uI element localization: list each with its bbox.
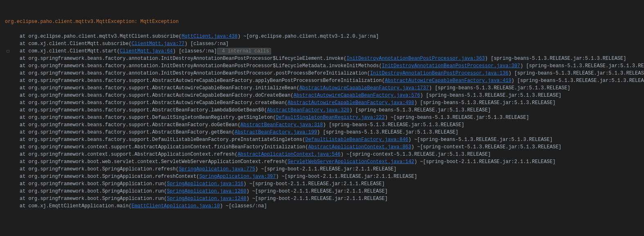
method-text-2: com.xj.client.ClientMqtt.start( xyxy=(29,48,120,54)
suffix-23: ) ~[classes/:na] xyxy=(220,203,267,209)
file-link-21[interactable]: SpringApplication.java:1260 xyxy=(167,188,246,194)
method-text-15: org.springframework.context.support.Abst… xyxy=(29,144,308,150)
stack-line-23: at com.xj.EmqttClientApplication.main(Em… xyxy=(5,202,639,210)
file-link-12[interactable]: AbstractBeanFactory.java:318 xyxy=(240,122,323,128)
at-prefix-6: at xyxy=(20,78,29,84)
gutter-icon-2[interactable]: ◻ xyxy=(7,48,13,55)
suffix-3: ) [spring-beans-5.1.3.RELEASE.jar:5.1.3.… xyxy=(485,56,626,61)
indent-6 xyxy=(13,78,20,84)
stack-line-8: at org.springframework.beans.factory.sup… xyxy=(5,92,639,99)
at-prefix-7: at xyxy=(20,85,29,91)
at-prefix-22: at xyxy=(20,196,29,202)
file-link-13[interactable]: AbstractBeanFactory.java:199 xyxy=(235,129,317,135)
stack-line-11: at org.springframework.beans.factory.sup… xyxy=(5,114,639,121)
at-prefix-19: at xyxy=(20,174,29,179)
file-link-15[interactable]: AbstractApplicationContext.java:863 xyxy=(308,144,411,150)
method-text-11: org.springframework.beans.factory.suppor… xyxy=(29,115,276,120)
method-text-19: org.springframework.boot.SpringApplicati… xyxy=(29,174,200,179)
file-link-7[interactable]: AbstractAutowireCapableBeanFactory.java:… xyxy=(299,85,429,91)
indent-17 xyxy=(13,159,20,165)
suffix-6: ) [spring-beans-5.1.3.RELEASE.jar:5.1.3.… xyxy=(512,78,644,84)
indent-23 xyxy=(13,203,20,209)
file-link-10[interactable]: AbstractBeanFactory.java:320 xyxy=(267,107,350,113)
stack-line-9: at org.springframework.beans.factory.sup… xyxy=(5,99,639,107)
stack-line-5: at org.springframework.beans.factory.ann… xyxy=(5,70,639,77)
file-link-14[interactable]: DefaultListableBeanFactory.java:846 xyxy=(305,137,408,143)
stack-line-3: at org.springframework.beans.factory.ann… xyxy=(5,55,639,62)
method-text-4: org.springframework.beans.factory.annota… xyxy=(29,63,382,69)
file-link-8[interactable]: AbstractAutowireCapableBeanFactory.java:… xyxy=(294,93,420,98)
indent-1 xyxy=(13,41,20,47)
method-text-13: org.springframework.beans.factory.suppor… xyxy=(29,129,235,135)
at-prefix-1: at xyxy=(20,41,29,47)
indent-8 xyxy=(13,93,20,98)
file-link-22[interactable]: SpringApplication.java:1248 xyxy=(167,196,246,202)
method-text-18: org.springframework.boot.SpringApplicati… xyxy=(29,166,179,172)
suffix-5: ) [spring-beans-5.1.3.RELEASE.jar:5.1.3.… xyxy=(508,70,644,76)
suffix-12: ) [spring-beans-5.1.3.RELEASE.jar:5.1.3.… xyxy=(323,122,464,128)
stack-line-0: at org.eclipse.paho.client.mqttv3.MqttCl… xyxy=(5,33,639,40)
file-link-2[interactable]: ClientMqtt.java:64 xyxy=(120,48,173,54)
method-text-21: org.springframework.boot.SpringApplicati… xyxy=(29,188,167,194)
indent-15 xyxy=(13,144,20,150)
stack-line-4: at org.springframework.beans.factory.ann… xyxy=(5,62,639,70)
suffix-22: ) ~[spring-boot-2.1.1.RELEASE.jar:2.1.1.… xyxy=(247,196,388,202)
at-prefix-2: at xyxy=(20,48,29,54)
at-prefix-17: at xyxy=(20,159,29,165)
method-text-6: org.springframework.beans.factory.suppor… xyxy=(29,78,385,84)
suffix-21: ) ~[spring-boot-2.1.1.RELEASE.jar:2.1.1.… xyxy=(247,188,388,194)
file-link-23[interactable]: EmqttClientApplication.java:10 xyxy=(132,203,220,209)
method-text-5: org.springframework.beans.factory.annota… xyxy=(29,70,370,76)
stack-line-6: at org.springframework.beans.factory.sup… xyxy=(5,77,639,84)
at-prefix-0: at xyxy=(20,34,29,39)
indent-19 xyxy=(13,174,20,179)
file-link-6[interactable]: AbstractAutowireCapableBeanFactory.java:… xyxy=(385,78,512,84)
stack-trace: org.eclipse.paho.client.mqttv3.MqttExcep… xyxy=(5,3,639,33)
indent-11 xyxy=(13,115,20,120)
at-prefix-3: at xyxy=(20,56,29,61)
indent-5 xyxy=(13,70,20,76)
at-prefix-8: at xyxy=(20,93,29,98)
suffix-10: ) [spring-beans-5.1.3.RELEASE.jar:5.1.3.… xyxy=(350,107,491,113)
suffix-15: ) ~[spring-context-5.1.3.RELEASE.jar:5.1… xyxy=(411,144,561,150)
suffix-7: ) [spring-beans-5.1.3.RELEASE.jar:5.1.3.… xyxy=(429,85,570,91)
indent-20 xyxy=(13,181,20,187)
file-link-5[interactable]: InitDestroyAnnotationBeanPostProcessor.j… xyxy=(370,70,508,76)
file-link-0[interactable]: MqttClient.java:438 xyxy=(182,34,238,39)
at-prefix-20: at xyxy=(20,181,29,187)
stack-line-2: ◻at com.xj.client.ClientMqtt.start(Clien… xyxy=(5,48,639,55)
suffix-20: ) ~[spring-boot-2.1.1.RELEASE.jar:2.1.1.… xyxy=(243,181,385,187)
indent-4 xyxy=(13,63,20,69)
file-link-3[interactable]: InitDestroyAnnotationBeanPostProcessor.j… xyxy=(346,56,485,61)
file-link-11[interactable]: DefaultSingletonBeanRegistry.java:222 xyxy=(276,115,385,120)
at-prefix-4: at xyxy=(20,63,29,69)
method-text-10: org.springframework.beans.factory.suppor… xyxy=(29,107,267,113)
suffix-4: ) [spring-beans-5.1.3.RELEASE.jar:5.1.3.… xyxy=(520,63,644,69)
indent-14 xyxy=(13,137,20,143)
suffix-11: ) ~[spring-beans-5.1.3.RELEASE.jar:5.1.3… xyxy=(385,115,529,120)
at-prefix-11: at xyxy=(20,115,29,120)
at-prefix-12: at xyxy=(20,122,29,128)
file-link-16[interactable]: AbstractApplicationContext.java:546 xyxy=(238,152,341,157)
indent-13 xyxy=(13,129,20,135)
indent-16 xyxy=(13,152,20,157)
indent-3 xyxy=(13,56,20,61)
at-prefix-14: at xyxy=(20,137,29,143)
suffix-13: ) [spring-beans-5.1.3.RELEASE.jar:5.1.3.… xyxy=(317,129,458,135)
file-link-17[interactable]: ServletWebServerApplicationContext.java:… xyxy=(287,159,414,165)
stack-line-22: at org.springframework.boot.SpringApplic… xyxy=(5,195,639,202)
file-link-18[interactable]: SpringApplication.java:775 xyxy=(179,166,255,172)
indent-12 xyxy=(13,122,20,128)
file-link-1[interactable]: ClientMqtt.java:77 xyxy=(132,41,185,47)
indent-7 xyxy=(13,85,20,91)
method-text-0: org.eclipse.paho.client.mqttv3.MqttClien… xyxy=(29,34,182,39)
indent-10 xyxy=(13,107,20,113)
method-text-3: org.springframework.beans.factory.annota… xyxy=(29,56,347,61)
collapse-tag-2[interactable]: 4 internal calls xyxy=(217,48,271,54)
file-link-20[interactable]: SpringApplication.java:316 xyxy=(167,181,243,187)
trace-lines-container: at org.eclipse.paho.client.mqttv3.MqttCl… xyxy=(5,33,639,210)
file-link-9[interactable]: AbstractAutowireCapableBeanFactory.java:… xyxy=(287,100,414,106)
method-text-23: com.xj.EmqttClientApplication.main( xyxy=(29,203,132,209)
file-link-19[interactable]: SpringApplication.java:397 xyxy=(199,174,276,179)
file-link-4[interactable]: InitDestroyAnnotationBeanPostProcessor.j… xyxy=(382,63,520,69)
